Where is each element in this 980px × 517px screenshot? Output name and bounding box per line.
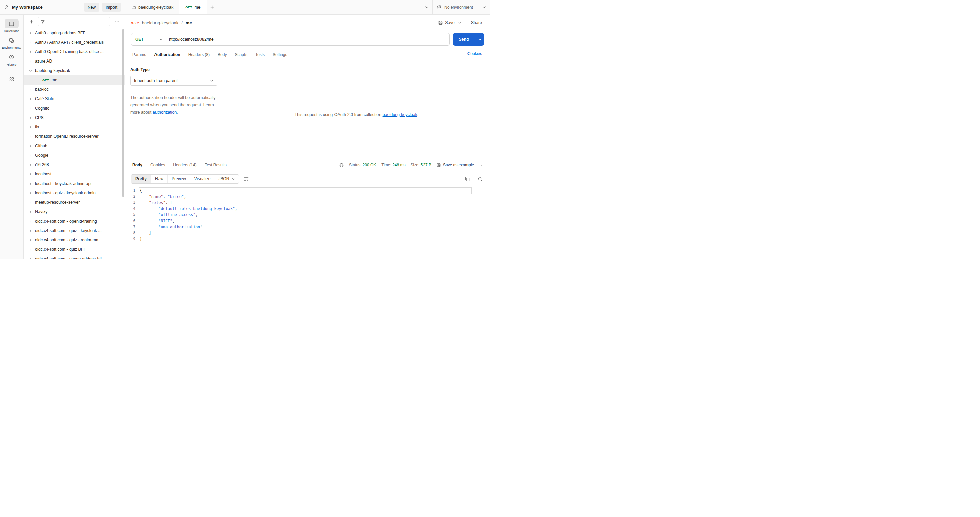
auth-config-column: Auth Type Inherit auth from parent The a…	[125, 61, 223, 158]
auth-collection-link[interactable]: baeldung-keycloak	[383, 112, 417, 117]
tree-collection-caf-skifo[interactable]: Café Skifo	[24, 94, 125, 104]
tree-collection-navixy[interactable]: Navixy	[24, 207, 125, 217]
size-badge: Size: 527 B	[411, 163, 431, 168]
new-button[interactable]: New	[84, 3, 99, 12]
code-line[interactable]: ]	[139, 230, 471, 236]
environment-selector[interactable]: No environment	[432, 0, 490, 14]
view-mode-pretty[interactable]: Pretty	[131, 175, 151, 183]
breadcrumb-collection[interactable]: baeldung-keycloak	[142, 20, 178, 25]
sidebar-search-input[interactable]	[38, 17, 110, 26]
search-response-button[interactable]	[476, 175, 484, 183]
code-column[interactable]: { "name": "brice", "roles": [ "default-r…	[139, 188, 490, 258]
code-line[interactable]: "roles": [	[139, 199, 471, 206]
save-button[interactable]: Save	[438, 20, 455, 25]
rail-item-history[interactable]: History	[0, 51, 23, 68]
tree-collection-cps[interactable]: CPS	[24, 113, 125, 122]
send-button[interactable]: Send	[453, 33, 484, 46]
format-select[interactable]: JSON	[215, 175, 239, 183]
add-collection-button[interactable]	[27, 18, 35, 25]
method-select[interactable]: GET	[131, 33, 167, 45]
tree-collection-auth0-auth0-api-client-credentials[interactable]: Auth0 / Auth0 API / client_credentials	[24, 38, 125, 47]
code-line[interactable]: "name": "brice",	[139, 194, 471, 199]
filter-icon	[41, 19, 45, 24]
tree-collection-google[interactable]: Google	[24, 151, 125, 160]
workspace-name[interactable]: My Workspace	[12, 5, 43, 10]
request-tab-authorization[interactable]: Authorization	[151, 48, 183, 61]
copy-button[interactable]	[463, 175, 471, 183]
sidebar-scrollbar[interactable]	[122, 29, 124, 197]
code-line[interactable]: }	[139, 236, 471, 242]
view-mode-group: PrettyRawPreviewVisualize JSON	[131, 174, 239, 184]
request-tab-params[interactable]: Params	[129, 48, 150, 61]
response-more-options-button[interactable]	[479, 163, 484, 168]
view-mode-visualize[interactable]: Visualize	[191, 175, 215, 183]
tab-collection[interactable]: baeldung-keycloak	[125, 0, 179, 14]
send-options-chevron[interactable]	[475, 33, 484, 46]
wrap-text-button[interactable]	[242, 175, 251, 183]
tree-collection-auth0-spring-addons-bff[interactable]: Auth0 - spring-addons BFF	[24, 28, 125, 38]
tree-collection-oidc-c4-soft-com-spring-addons-bff[interactable]: oidc.c4-soft.com - spring-addons-bff	[24, 254, 125, 258]
rail-item-collections[interactable]: Collections	[0, 18, 23, 34]
tree-collection-oidc-c4-soft-com-openid-training[interactable]: oidc.c4-soft.com - openid-training	[24, 217, 125, 226]
tree-request-me[interactable]: GETme	[24, 75, 125, 85]
tab-collection-label: baeldung-keycloak	[138, 5, 173, 10]
chevron-right-icon	[28, 88, 32, 91]
request-tab-body[interactable]: Body	[214, 48, 230, 61]
tree-collection-oidc-c4-soft-com-quiz-realm-ma[interactable]: oidc.c4-soft.com - quiz - realm-ma...	[24, 235, 125, 245]
authorization-link[interactable]: authorization	[153, 110, 177, 115]
tree-collection-localhost-keycloak-admin-api[interactable]: localhost - keycloak-admin-api	[24, 179, 125, 188]
tree-collection-oidc-c4-soft-com-quiz-bff[interactable]: oidc.c4-soft.com - quiz BFF	[24, 245, 125, 254]
tree-collection-fix[interactable]: fix	[24, 122, 125, 132]
breadcrumb-request-name[interactable]: me	[186, 20, 192, 25]
code-line[interactable]: "uma_authorization"	[139, 224, 471, 230]
tree-collection-formation-openid-resource-server[interactable]: formation OpenID resource-server	[24, 132, 125, 141]
tab-overflow-button[interactable]	[421, 0, 432, 14]
network-info-button[interactable]	[339, 163, 344, 168]
save-options-chevron[interactable]	[458, 21, 462, 24]
plus-icon	[210, 5, 215, 10]
rail-item-label: Collections	[4, 29, 19, 33]
save-icon	[436, 163, 441, 168]
tree-collection-cognito[interactable]: Cognito	[24, 104, 125, 113]
response-tab-body[interactable]: Body	[129, 158, 146, 172]
code-line[interactable]: "default-roles-baeldung-keycloak",	[139, 206, 471, 212]
rail-item-environments[interactable]: Environments	[0, 34, 23, 51]
share-button[interactable]: Share	[469, 19, 484, 26]
request-tab-scripts[interactable]: Scripts	[231, 48, 251, 61]
save-as-example-button[interactable]: Save as example	[436, 163, 474, 168]
tree-collection-oidc-c4-soft-com-quiz-keycloak[interactable]: oidc.c4-soft.com - quiz - keycloak ...	[24, 226, 125, 235]
tree-collection-localhost[interactable]: localhost	[24, 169, 125, 179]
response-tab-cookies[interactable]: Cookies	[147, 158, 168, 172]
cookies-link[interactable]: Cookies	[468, 51, 485, 56]
view-mode-raw[interactable]: Raw	[151, 175, 168, 183]
sidebar-more-options-button[interactable]	[113, 18, 121, 25]
response-tab-headers-14[interactable]: Headers (14)	[170, 158, 200, 172]
request-tab-settings[interactable]: Settings	[269, 48, 291, 61]
rail-configure-button[interactable]	[0, 73, 23, 85]
code-line[interactable]: "NICE",	[139, 218, 471, 224]
plus-icon	[29, 19, 34, 24]
tree-collection-i16-268[interactable]: i16-268	[24, 160, 125, 169]
tree-collection-azure-ad[interactable]: azure AD	[24, 56, 125, 66]
request-tab-headers-8[interactable]: Headers (8)	[185, 48, 213, 61]
history-icon	[9, 54, 14, 60]
code-line[interactable]: "offline_access",	[139, 212, 471, 218]
response-tab-test-results[interactable]: Test Results	[201, 158, 230, 172]
search-icon	[477, 177, 483, 182]
tree-collection-github[interactable]: Github	[24, 141, 125, 151]
view-mode-segments: PrettyRawPreviewVisualize	[131, 175, 215, 183]
new-tab-button[interactable]	[207, 0, 218, 14]
tree-collection-localhost-quiz-keycloak-admin[interactable]: localhost - quiz - keycloak admin	[24, 188, 125, 198]
code-line[interactable]: {	[139, 188, 471, 194]
tree-collection-auth0-openid-training-back-office[interactable]: Auth0 OpenID Training back-office ...	[24, 47, 125, 56]
tree-collection-meetup-resource-server[interactable]: meetup-resource-server	[24, 198, 125, 207]
tree-collection-baeldung-keycloak[interactable]: baeldung-keycloak	[24, 66, 125, 75]
tab-request[interactable]: GET me	[179, 0, 207, 14]
view-mode-preview[interactable]: Preview	[168, 175, 191, 183]
import-button[interactable]: Import	[102, 3, 121, 12]
chevron-right-icon	[28, 229, 32, 232]
request-tab-tests[interactable]: Tests	[252, 48, 268, 61]
auth-type-select[interactable]: Inherit auth from parent	[130, 76, 217, 86]
url-input[interactable]	[167, 33, 449, 45]
tree-collection-bao-loc[interactable]: bao-loc	[24, 85, 125, 94]
